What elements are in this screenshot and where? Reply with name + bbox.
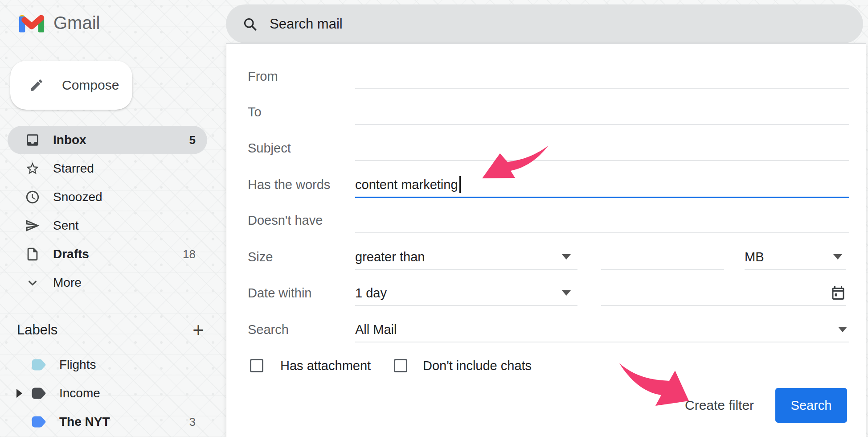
size-comparator-dropdown-arrow-icon[interactable]	[562, 254, 571, 260]
from-input[interactable]	[355, 88, 849, 89]
labels-heading: Labels	[17, 322, 57, 338]
search-scope-dropdown-arrow-icon[interactable]	[838, 327, 847, 332]
sidebar-item-label: Starred	[53, 161, 196, 176]
date-within-dropdown[interactable]: 1 day	[355, 286, 387, 301]
text-cursor	[459, 176, 461, 193]
subject-label: Subject	[248, 141, 291, 156]
sidebar-item-sent[interactable]: Sent	[8, 211, 207, 240]
has-words-label: Has the words	[248, 177, 330, 192]
has-words-focus-underline[interactable]	[355, 197, 849, 198]
sidebar-item-label: Snoozed	[53, 190, 196, 204]
search-icon	[242, 16, 258, 32]
size-unit-underline	[745, 269, 846, 270]
has-attachment-label: Has attachment	[280, 359, 371, 373]
pencil-icon	[29, 78, 44, 93]
label-tag-icon	[31, 386, 47, 400]
sidebar-item-label: Drafts	[53, 247, 183, 261]
from-label: From	[248, 69, 278, 84]
label-name: Flights	[59, 358, 196, 372]
calendar-icon[interactable]	[830, 285, 846, 301]
sidebar-item-more[interactable]: More	[8, 268, 207, 297]
date-input[interactable]	[601, 305, 846, 306]
gmail-brand: Gmail	[17, 12, 100, 34]
label-count-badge: 3	[189, 415, 196, 429]
date-within-dropdown-arrow-icon[interactable]	[562, 290, 571, 296]
doesnt-have-input[interactable]	[355, 232, 849, 233]
dont-include-chats-checkbox[interactable]	[394, 359, 407, 372]
has-attachment-checkbox[interactable]	[250, 359, 263, 372]
size-amount-input[interactable]	[601, 269, 724, 270]
create-filter-button[interactable]: Create filter	[685, 398, 754, 413]
sidebar-label-the-nyt[interactable]: The NYT 3	[8, 408, 207, 436]
search-scope-underline	[355, 342, 849, 342]
size-comparator-underline	[355, 269, 577, 270]
sidebar-label-flights[interactable]: Flights	[8, 350, 207, 379]
doesnt-have-label: Doesn't have	[248, 213, 323, 228]
label-name: Income	[59, 386, 196, 400]
send-icon	[25, 218, 41, 234]
sidebar-item-label: Sent	[53, 218, 196, 233]
size-label: Size	[248, 250, 273, 264]
gmail-logo-icon	[17, 12, 46, 34]
label-tag-icon	[31, 415, 47, 429]
subject-input[interactable]	[355, 160, 849, 161]
has-words-input-value[interactable]: content marketing	[355, 177, 458, 192]
search-button[interactable]: Search	[775, 388, 847, 423]
expand-arrow-icon[interactable]	[14, 389, 25, 398]
search-scope-label: Search	[248, 322, 289, 337]
clock-icon	[25, 189, 41, 205]
compose-label: Compose	[62, 78, 119, 93]
date-within-label: Date within	[248, 286, 311, 301]
to-input[interactable]	[355, 124, 849, 125]
inbox-count-badge: 5	[189, 133, 196, 147]
date-within-underline	[355, 305, 577, 306]
inbox-icon	[25, 132, 41, 148]
draft-file-icon	[25, 246, 41, 262]
sidebar-item-drafts[interactable]: Drafts 18	[8, 240, 207, 268]
sidebar-item-label: More	[53, 276, 196, 290]
size-unit-dropdown-arrow-icon[interactable]	[833, 254, 842, 260]
label-name: The NYT	[59, 415, 189, 429]
search-scope-dropdown[interactable]: All Mail	[355, 322, 397, 337]
size-comparator-dropdown[interactable]: greater than	[355, 250, 425, 264]
add-label-button[interactable]: +	[192, 320, 204, 340]
sidebar-item-starred[interactable]: Starred	[8, 154, 207, 183]
label-tag-icon	[31, 358, 47, 372]
dont-include-chats-label: Don't include chats	[423, 359, 532, 373]
compose-button[interactable]: Compose	[10, 61, 132, 110]
drafts-count-badge: 18	[183, 247, 196, 261]
gmail-logotype: Gmail	[53, 13, 100, 33]
sidebar-label-income[interactable]: Income	[8, 379, 207, 408]
chevron-down-icon	[25, 275, 41, 291]
sidebar-item-inbox[interactable]: Inbox 5	[8, 126, 207, 154]
sidebar-item-snoozed[interactable]: Snoozed	[8, 183, 207, 211]
search-mail-placeholder: Search mail	[270, 16, 343, 32]
size-unit-dropdown[interactable]: MB	[745, 250, 764, 264]
to-label: To	[248, 105, 262, 120]
search-mail-bar[interactable]: Search mail	[226, 4, 863, 43]
labels-header: Labels +	[17, 320, 204, 340]
star-icon	[25, 161, 41, 177]
sidebar-item-label: Inbox	[53, 133, 189, 147]
search-filter-panel: From To Subject Has the words content ma…	[226, 43, 866, 437]
